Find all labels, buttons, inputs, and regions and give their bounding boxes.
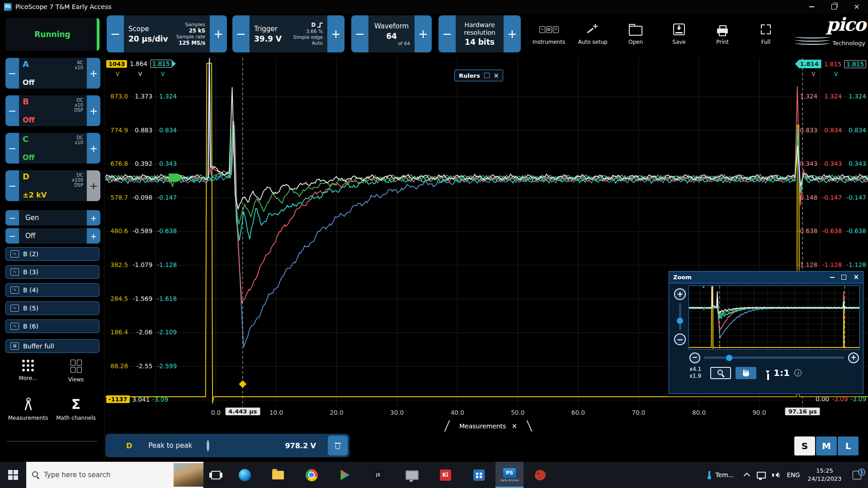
auto-setup-button[interactable]: Auto setup <box>575 17 610 51</box>
delete-measurement-button[interactable] <box>328 436 348 455</box>
channel-a-plus-button[interactable]: + <box>87 58 100 89</box>
trigger-minus-button[interactable]: − <box>232 15 250 52</box>
buffer-full-item[interactable]: ▦Buffer full <box>5 339 99 353</box>
buffer-item[interactable]: ∿B (3) <box>5 265 99 279</box>
taskbar-app-calculator[interactable] <box>462 462 495 488</box>
notification-center-button[interactable]: 1 <box>845 471 868 479</box>
measurement-settings-button[interactable] <box>207 441 209 450</box>
taskbar-app-chrome[interactable] <box>295 462 328 488</box>
taskbar-app-media[interactable] <box>328 462 362 488</box>
size-large-button[interactable]: L <box>838 436 859 455</box>
zoom-vertical-knob[interactable] <box>677 318 683 324</box>
channel-d-body[interactable]: D DCx100DSP ±2 kV <box>19 170 87 201</box>
generator-status-plus-button[interactable]: + <box>87 228 100 244</box>
scope-panel[interactable]: Scope 20 µs/div Samples 25 kS Sample rat… <box>124 15 210 52</box>
running-button[interactable]: Running <box>5 18 99 51</box>
restore-button[interactable] <box>823 0 845 14</box>
zoom-out-vertical-button[interactable]: − <box>674 333 686 345</box>
instruments-button[interactable]: ∿▥∅ Instruments <box>531 17 566 51</box>
zoom-title-bar[interactable]: Zoom × <box>669 272 863 283</box>
zoom-minimize-icon[interactable] <box>830 277 835 278</box>
zoom-window[interactable]: Zoom × + − − + <box>669 271 863 394</box>
ruler2-time-readout[interactable]: 97.16 µs <box>785 408 820 415</box>
views-button[interactable]: Views <box>52 360 99 383</box>
taskbar-app-ki[interactable]: Ki <box>429 462 462 488</box>
zoom-1to1-button[interactable]: 1:1 <box>774 367 790 378</box>
size-medium-button[interactable]: M <box>816 436 837 455</box>
channel-c-body[interactable]: C DCx10 Off <box>19 133 87 164</box>
waveform-graph[interactable]: 1043 1.864 1.815 V V V 873.01.3731.32477… <box>105 58 868 407</box>
resolution-plus-button[interactable]: + <box>504 15 521 52</box>
size-small-button[interactable]: S <box>794 436 815 455</box>
weather-widget[interactable]: Tem... <box>701 471 740 479</box>
taskbar-app-red[interactable] <box>524 462 557 488</box>
start-button[interactable] <box>0 462 26 488</box>
buffer-item[interactable]: ∿B (6) <box>5 319 99 333</box>
zoom-vertical-slider[interactable] <box>679 303 681 330</box>
taskbar-app-display[interactable] <box>395 462 429 488</box>
generator-label[interactable]: Gen <box>19 210 87 225</box>
measurements-tab[interactable]: Measurements × <box>443 420 533 432</box>
waveform-panel[interactable]: Waveform 64 of 64 <box>368 15 415 52</box>
taskbar-search[interactable]: Type here to search <box>26 462 203 488</box>
taskbar-app-explorer[interactable] <box>261 462 295 488</box>
pan-tool-button[interactable] <box>736 367 756 379</box>
close-button[interactable]: × <box>845 0 868 14</box>
channel-c-plus-button[interactable]: + <box>87 133 100 164</box>
channel-d-minus-button[interactable]: − <box>5 170 19 201</box>
channel-a-body[interactable]: A ACx10 Off <box>19 58 87 89</box>
open-button[interactable]: Open <box>620 17 651 51</box>
info-icon[interactable]: i <box>794 369 802 376</box>
generator-status[interactable]: Off <box>19 228 87 244</box>
resolution-minus-button[interactable]: − <box>439 15 456 52</box>
zoom-tool-button[interactable] <box>710 367 731 379</box>
zoom-horizontal-knob[interactable] <box>726 355 732 361</box>
tray-volume-button[interactable] <box>769 472 783 479</box>
resolution-panel[interactable]: Hardware resolution 14 bits <box>456 15 504 52</box>
zoom-maximize-icon[interactable] <box>841 275 846 280</box>
tray-expand-button[interactable] <box>740 472 754 478</box>
scope-minus-button[interactable]: − <box>107 15 124 52</box>
ruler1-time-readout[interactable]: 4.443 µs <box>225 408 260 415</box>
measurements-close-icon[interactable]: × <box>511 422 517 430</box>
generator-plus-button[interactable]: + <box>87 210 100 225</box>
minimize-button[interactable] <box>800 0 823 14</box>
task-view-button[interactable] <box>203 462 228 488</box>
buffer-item[interactable]: ∿B (4) <box>5 283 99 297</box>
buffer-item[interactable]: ∿B (2) <box>5 247 99 261</box>
zoom-overview-thumbnail[interactable] <box>689 286 860 350</box>
channel-c-minus-button[interactable]: − <box>5 133 19 164</box>
ruler-swatch-icon[interactable] <box>484 73 490 78</box>
tray-display-button[interactable] <box>754 472 769 479</box>
taskbar-app-picoscope[interactable]: PS Early Access <box>495 462 524 488</box>
zoom-in-vertical-button[interactable]: + <box>674 288 686 300</box>
buffer-item[interactable]: ∿B (5) <box>5 301 99 315</box>
taskbar-app-je[interactable]: JE <box>362 462 395 488</box>
zoom-out-horizontal-button[interactable]: − <box>689 352 700 363</box>
math-channels-button[interactable]: Σ Math channels <box>52 398 99 421</box>
zoom-close-icon[interactable]: × <box>853 274 859 281</box>
zoom-in-horizontal-button[interactable]: + <box>848 352 859 363</box>
more-button[interactable]: More... <box>5 360 52 381</box>
taskbar-app-edge[interactable] <box>228 462 261 488</box>
channel-d-plus-button[interactable]: + <box>87 170 100 201</box>
waveform-plus-button[interactable]: + <box>415 15 432 52</box>
full-screen-button[interactable]: Full <box>750 17 781 51</box>
generator-minus-button[interactable]: − <box>5 210 19 225</box>
measurement-row[interactable]: D Peak to peak 978.2 V <box>105 434 349 457</box>
print-button[interactable]: Print <box>707 17 738 51</box>
channel-a-minus-button[interactable]: − <box>5 58 19 89</box>
rulers-legend[interactable]: Rulers × <box>454 70 503 81</box>
scope-plus-button[interactable]: + <box>210 15 227 52</box>
search-daily-image[interactable] <box>174 463 203 487</box>
channel-b-minus-button[interactable]: − <box>5 95 19 126</box>
trigger-panel[interactable]: Trigger 39.9 V D 3.66 % Simple edge Auto <box>250 15 327 52</box>
language-indicator[interactable]: ENG <box>783 471 804 479</box>
waveform-minus-button[interactable]: − <box>351 15 368 52</box>
clock[interactable]: 15:25 24/12/2023 <box>804 467 845 483</box>
rulers-close-icon[interactable]: × <box>494 72 499 79</box>
zoom-horizontal-slider[interactable] <box>704 357 844 359</box>
trigger-plus-button[interactable]: + <box>327 15 344 52</box>
channel-b-plus-button[interactable]: + <box>87 95 100 126</box>
measurements-button[interactable]: Measurements <box>5 398 52 421</box>
